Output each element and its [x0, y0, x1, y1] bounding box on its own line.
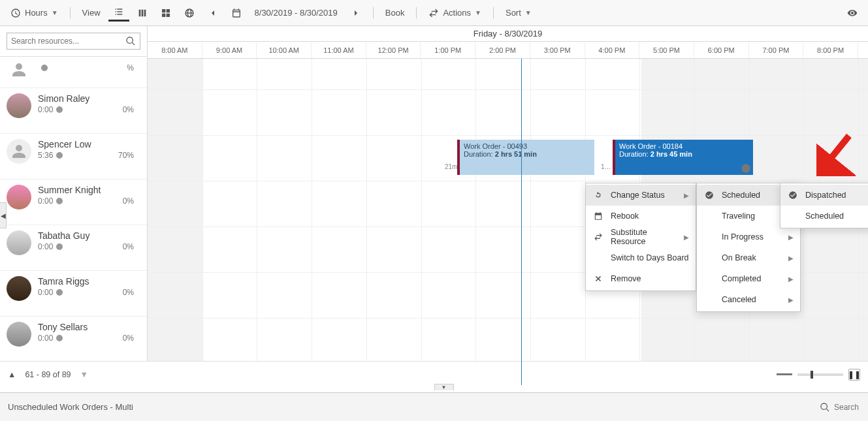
menu-completed[interactable]: Completed▶ [697, 268, 800, 289]
search-box[interactable] [7, 33, 140, 50]
bottom-search-input[interactable] [834, 403, 860, 412]
hour-cell: 11:00 AM [312, 42, 366, 58]
menu-label: On Break [722, 253, 782, 262]
search-container [0, 26, 147, 57]
resource-name: Tamra Riggs [38, 276, 140, 287]
eye-icon [847, 8, 858, 18]
clock-icon [56, 151, 63, 159]
booking-dur-value: 2 hrs 51 min [495, 150, 537, 158]
clock-chip[interactable] [741, 163, 751, 174]
date-range[interactable]: 8/30/2019 - 8/30/2019 [249, 5, 343, 20]
next-button[interactable] [346, 5, 366, 21]
view-grid-button[interactable] [155, 5, 176, 21]
menu-on-break[interactable]: On Break▶ [697, 247, 800, 268]
prev-button[interactable] [202, 5, 223, 21]
grid-line [421, 59, 422, 385]
book-button[interactable]: Book [380, 5, 410, 20]
resource-pct: 70% [118, 151, 134, 160]
bottom-panel-header: Unscheduled Work Orders - Multi [0, 392, 868, 421]
avatar [7, 230, 31, 255]
svg-line-0 [824, 136, 849, 166]
resource-row[interactable]: Simon Raley 0:000% [0, 88, 147, 134]
splitter-grip[interactable]: ▼ [434, 384, 454, 390]
sort-label: Sort [506, 8, 521, 18]
menu-label: Canceled [722, 295, 782, 304]
menu-dispatched[interactable]: Dispatched [780, 185, 868, 206]
menu-label: In Progress [722, 232, 782, 242]
menu-scheduled-2[interactable]: Scheduled [780, 206, 868, 226]
resource-row[interactable]: Tony Sellars 0:000% [0, 317, 147, 362]
chevron-right-icon: ▶ [788, 296, 794, 304]
swap-icon [594, 232, 603, 242]
page-up-button[interactable]: ▲ [8, 370, 16, 379]
timeline-row[interactable] [148, 59, 868, 90]
resource-row[interactable]: Tabatha Guy 0:000% [0, 225, 147, 271]
separator [416, 7, 417, 19]
grid-line [475, 59, 476, 385]
clock-icon [56, 243, 63, 251]
pager-bar: ▲ 61 - 89 of 89 ▼ ❚❚ [0, 361, 868, 387]
grid-icon [161, 8, 171, 18]
resource-pct: 0% [123, 334, 134, 343]
eye-button[interactable] [842, 5, 863, 21]
menu-change-status[interactable]: Change Status ▶ [586, 185, 696, 206]
menu-rebook[interactable]: Rebook [586, 206, 696, 226]
search-input[interactable] [11, 37, 125, 46]
zoom-out-button[interactable] [777, 373, 792, 375]
bottom-search[interactable] [820, 402, 860, 413]
clock-icon [56, 334, 63, 342]
grid-line [312, 59, 312, 385]
resource-row[interactable]: Tamra Riggs 0:000% [0, 271, 147, 317]
hour-cell: 3:00 PM [530, 42, 585, 58]
avatar [7, 322, 31, 347]
zoom-pause-button[interactable]: ❚❚ [848, 369, 860, 381]
timeline-row[interactable] [148, 90, 868, 136]
chevron-right-icon: ▶ [788, 234, 794, 241]
view-globe-button[interactable] [179, 5, 200, 21]
booking-card[interactable]: Work Order - 00493 Duration: 2 hrs 51 mi… [457, 140, 594, 175]
caret-down-icon: ▼ [52, 9, 58, 16]
menu-canceled[interactable]: Canceled▶ [697, 289, 800, 310]
menu-remove[interactable]: Remove [586, 268, 696, 289]
zoom-thumb[interactable] [811, 371, 813, 379]
booking-dur-label: Duration: [619, 150, 651, 158]
hour-cell: 8:00 AM [148, 42, 202, 58]
hour-cell: 6:00 PM [694, 42, 749, 58]
sidebar-collapse-grip[interactable]: ◀ [0, 202, 7, 228]
clock-icon [56, 197, 63, 205]
hours-dropdown[interactable]: Hours ▼ [5, 5, 63, 21]
person-icon [11, 62, 27, 78]
actions-dropdown[interactable]: Actions ▼ [423, 5, 487, 21]
resource-pct: 0% [123, 288, 134, 297]
hour-cell: 2:00 PM [475, 42, 530, 58]
booking-dur-label: Duration: [464, 150, 495, 158]
menu-label: Substitute Resource [611, 228, 677, 246]
resource-name: Summer Knight [38, 185, 140, 195]
page-down-button[interactable]: ▼ [80, 370, 88, 379]
zoom-slider[interactable] [797, 373, 843, 376]
day-header: Friday - 8/30/2019 [148, 26, 868, 42]
avatar-placeholder [7, 62, 31, 78]
resource-pct: 0% [123, 105, 134, 114]
zoom-controls: ❚❚ [777, 369, 860, 381]
timeline-row[interactable] [148, 319, 868, 364]
view-list-button[interactable] [108, 4, 129, 22]
sort-dropdown[interactable]: Sort ▼ [500, 5, 537, 20]
clock-icon [741, 163, 751, 174]
view-columns-button[interactable] [132, 5, 153, 21]
calendar-button[interactable] [226, 5, 247, 21]
travel-time-label: 1… [601, 163, 611, 170]
menu-substitute[interactable]: Substitute Resource ▶ [586, 226, 696, 247]
booking-card-selected[interactable]: Work Order - 00184 Duration: 2 hrs 45 mi… [613, 140, 753, 175]
hour-cell: 7:00 PM [749, 42, 804, 58]
menu-in-progress[interactable]: In Progress▶ [697, 226, 800, 247]
resource-row[interactable]: Spencer Low 5:3670% [0, 134, 147, 179]
menu-label: Scheduled [722, 191, 782, 200]
annotation-arrow [816, 131, 856, 176]
resource-row[interactable]: % [0, 57, 147, 88]
menu-switch-board[interactable]: Switch to Days Board [586, 247, 696, 268]
list-icon [114, 7, 124, 17]
submenu-scheduled-options: Dispatched Scheduled [780, 183, 868, 228]
resource-row[interactable]: Summer Knight 0:000% [0, 179, 147, 225]
bottom-title: Unscheduled Work Orders - Multi [8, 402, 133, 412]
